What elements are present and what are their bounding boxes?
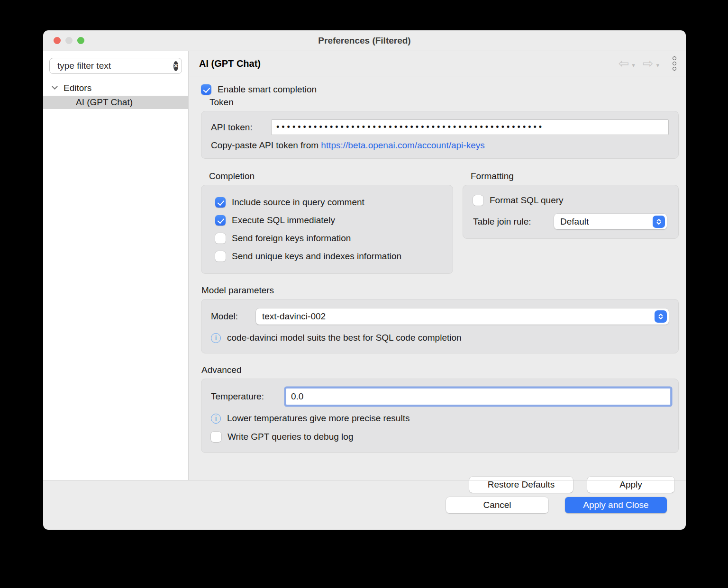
- main-panel: AI (GPT Chat) ⇦ ▾ ⇨ ▾ Enable smart compl…: [189, 51, 686, 480]
- tree-item-label: AI (GPT Chat): [76, 97, 133, 108]
- info-icon: i: [211, 414, 221, 424]
- token-group-label: Token: [209, 97, 679, 108]
- preferences-window: Preferences (Filtered) ✕ Editors AI (GPT…: [43, 30, 686, 530]
- table-join-rule-value: Default: [560, 217, 589, 227]
- info-icon: i: [211, 333, 221, 343]
- api-token-input[interactable]: [271, 119, 669, 135]
- temperature-info-text: Lower temperatures give more precise res…: [227, 413, 410, 424]
- model-value: text-davinci-002: [262, 311, 326, 322]
- sidebar: ✕ Editors AI (GPT Chat): [43, 51, 189, 480]
- back-arrow-icon[interactable]: ⇦: [619, 57, 629, 70]
- select-chevrons-icon: [653, 216, 665, 228]
- include-source-checkbox[interactable]: [215, 197, 226, 208]
- completion-option-row: Include source in query comment: [215, 197, 453, 208]
- foreign-keys-label: Send foreign keys information: [232, 233, 351, 244]
- unique-keys-label: Send unique keys and indexes information: [232, 251, 401, 262]
- enable-smart-completion-label: Enable smart completion: [218, 84, 317, 95]
- completion-group: Include source in query comment Execute …: [201, 185, 453, 274]
- cancel-button[interactable]: Cancel: [446, 497, 548, 513]
- include-source-label: Include source in query comment: [232, 197, 364, 208]
- preferences-tree: Editors AI (GPT Chat): [43, 81, 188, 109]
- token-group: API token: Copy-paste API token from htt…: [201, 111, 679, 159]
- completion-option-row: Send foreign keys information: [215, 233, 453, 244]
- tree-item-label: Editors: [64, 83, 91, 93]
- enable-smart-completion-checkbox[interactable]: [201, 84, 211, 95]
- model-info-row: i code-davinci model suits the best for …: [211, 333, 669, 343]
- foreign-keys-checkbox[interactable]: [215, 233, 226, 244]
- table-join-rule-select[interactable]: Default: [554, 214, 667, 229]
- debug-log-label: Write GPT queries to debug log: [228, 432, 353, 442]
- formatting-group-label: Formatting: [471, 171, 679, 181]
- unique-keys-checkbox[interactable]: [215, 251, 226, 262]
- model-info-text: code-davinci model suits the best for SQ…: [227, 333, 462, 343]
- temperature-input[interactable]: [286, 388, 671, 405]
- completion-option-row: Send unique keys and indexes information: [215, 251, 453, 262]
- link-prefix-text: Copy-paste API token from: [211, 140, 321, 150]
- api-token-label: API token:: [211, 122, 271, 133]
- model-select[interactable]: text-davinci-002: [256, 308, 669, 325]
- temperature-label: Temperature:: [211, 391, 286, 402]
- model-label: Model:: [211, 311, 256, 322]
- temperature-info-row: i Lower temperatures give more precise r…: [211, 413, 671, 424]
- page-header: AI (GPT Chat) ⇦ ▾ ⇨ ▾: [189, 51, 686, 76]
- settings-area: Enable smart completion Token API token:…: [189, 76, 686, 493]
- page-title: AI (GPT Chat): [199, 58, 261, 69]
- debug-log-row: Write GPT queries to debug log: [211, 432, 671, 442]
- view-menu-icon[interactable]: [671, 54, 678, 72]
- window-title: Preferences (Filtered): [43, 36, 686, 46]
- advanced-label: Advanced: [201, 365, 679, 375]
- api-keys-link[interactable]: https://beta.openai.com/account/api-keys: [321, 140, 484, 150]
- formatting-group: Format SQL query Table join rule: Defaul…: [463, 185, 679, 239]
- format-sql-row: Format SQL query: [473, 195, 667, 206]
- debug-log-checkbox[interactable]: [211, 432, 221, 442]
- enable-smart-completion-row: Enable smart completion: [201, 84, 679, 95]
- execute-sql-checkbox[interactable]: [215, 215, 226, 226]
- forward-history-caret-icon[interactable]: ▾: [656, 62, 659, 69]
- tree-item-ai-gpt-chat[interactable]: AI (GPT Chat): [43, 96, 188, 109]
- filter-input[interactable]: [57, 61, 173, 71]
- apply-and-close-button[interactable]: Apply and Close: [565, 497, 667, 513]
- model-parameters-group: Model: text-davinci-002: [201, 299, 679, 353]
- forward-arrow-icon[interactable]: ⇨: [643, 57, 654, 70]
- model-parameters-label: Model parameters: [201, 285, 679, 296]
- api-token-help: Copy-paste API token from https://beta.o…: [211, 140, 669, 151]
- execute-sql-label: Execute SQL immediately: [232, 215, 335, 226]
- chevron-down-icon[interactable]: [52, 83, 58, 90]
- completion-group-label: Completion: [209, 171, 453, 181]
- format-sql-label: Format SQL query: [490, 195, 564, 206]
- dialog-footer: Cancel Apply and Close: [43, 480, 686, 530]
- title-bar: Preferences (Filtered): [43, 30, 686, 51]
- filter-box: ✕: [49, 58, 182, 74]
- tree-item-editors[interactable]: Editors: [43, 81, 188, 95]
- format-sql-checkbox[interactable]: [473, 195, 483, 206]
- advanced-group: Temperature: i Lower temperatures give m…: [201, 379, 679, 453]
- clear-filter-icon[interactable]: ✕: [173, 61, 178, 71]
- back-history-caret-icon[interactable]: ▾: [632, 62, 635, 69]
- select-chevrons-icon: [655, 310, 667, 323]
- table-join-rule-label: Table join rule:: [473, 217, 554, 227]
- completion-option-row: Execute SQL immediately: [215, 215, 453, 226]
